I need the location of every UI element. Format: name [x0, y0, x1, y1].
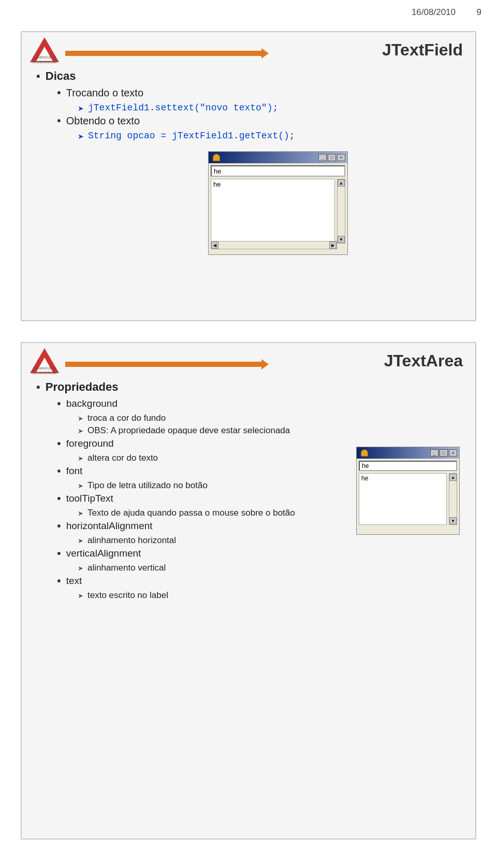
main-bullet-top: Dicas — [36, 69, 295, 83]
textfield-display-top[interactable]: he — [211, 165, 345, 177]
prop-foreground-sub0: altera cor do texto — [78, 453, 295, 463]
prop-font: font — [57, 465, 295, 478]
maximize-btn-top[interactable]: □ — [328, 154, 336, 161]
prop-tooltip: toolTipText — [57, 493, 295, 505]
bullet-section-top: Dicas Trocando o texto jTextField1.sette… — [36, 69, 295, 143]
slide-card-top: ANHANGUERA EDUCACIONAL JTextField Dicas … — [21, 31, 476, 321]
textarea-display-bottom[interactable]: he — [359, 473, 447, 525]
slide-title-bottom: JTextArea — [384, 351, 463, 371]
prop-background-sub0: troca a cor do fundo — [78, 413, 295, 423]
mock-titlebar-bottom: _ □ × — [357, 447, 459, 459]
top-date: 16/08/2010 — [412, 7, 456, 18]
logo-bottom: ANHANGUERA EDUCACIONAL — [28, 348, 61, 375]
prop-horizontal: horizontalAlignment — [57, 520, 295, 533]
textarea-display-top[interactable]: he — [211, 179, 335, 244]
slide-card-bottom: ANHANGUERA EDUCACIONAL JTextArea Proprie… — [21, 342, 476, 839]
prop-vertical-sub0: alinhamento vertical — [78, 563, 295, 573]
orange-arrow-bottom — [65, 362, 262, 367]
mock-window-bottom: _ □ × he he ▲ ▼ — [356, 447, 460, 535]
logo-text2-bottom: EDUCACIONAL — [33, 371, 57, 375]
mock-titlebar-top: _ □ × — [209, 152, 347, 163]
textfield-display-bottom[interactable]: he — [359, 461, 457, 471]
java-icon-bottom — [361, 449, 368, 457]
code-obtendo: String opcao = jTextField1.getText(); — [78, 131, 295, 141]
prop-text-sub0: texto escrito no label — [78, 590, 295, 601]
scrollbar-v-top[interactable]: ▲ ▼ — [337, 179, 345, 244]
close-btn-bottom[interactable]: × — [449, 449, 457, 457]
properties-section: Propriedades background troca a cor do f… — [36, 380, 295, 603]
java-icon-top — [213, 154, 220, 161]
prop-background: background — [57, 398, 295, 410]
minimize-btn-bottom[interactable]: _ — [430, 449, 438, 457]
main-bullet-bottom: Propriedades — [36, 380, 295, 394]
sub-bullet-trocando: Trocando o texto — [57, 87, 295, 99]
prop-text: text — [57, 575, 295, 588]
mock-window-top: _ □ × he he ▲ ▼ ◀ ▶ — [208, 151, 348, 255]
logo-top: ANHANGUERA EDUCACIONAL — [28, 37, 64, 66]
minimize-btn-top[interactable]: _ — [318, 154, 327, 161]
slide-title-top: JTextField — [382, 40, 463, 60]
prop-vertical: verticalAlignment — [57, 548, 295, 560]
prop-horizontal-sub0: alinhamento horizontal — [78, 535, 295, 546]
sub-bullet-obtendo: Obtendo o texto — [57, 115, 295, 127]
logo-text1-top: ANHANGUERA — [33, 55, 56, 59]
logo-text1-bottom: ANHANGUERA — [33, 366, 56, 370]
logo-text2-top: EDUCACIONAL — [33, 60, 57, 64]
prop-tooltip-sub0: Texto de ajuda quando passa o mouse sobr… — [78, 508, 295, 518]
page-number: 9 — [477, 7, 481, 18]
prop-background-sub1: OBS: A propriedade opaque deve estar sel… — [78, 425, 295, 436]
prop-foreground: foreground — [57, 438, 295, 450]
close-btn-top[interactable]: × — [337, 154, 345, 161]
code-trocando: jTextField1.settext("novo texto"); — [78, 103, 295, 113]
scrollbar-v-bottom[interactable]: ▲ ▼ — [449, 473, 457, 525]
orange-arrow-top — [65, 51, 262, 56]
scrollbar-h-top[interactable]: ◀ ▶ — [211, 241, 337, 249]
maximize-btn-bottom[interactable]: □ — [440, 449, 448, 457]
prop-font-sub0: Tipo de letra utilizado no botão — [78, 480, 295, 491]
